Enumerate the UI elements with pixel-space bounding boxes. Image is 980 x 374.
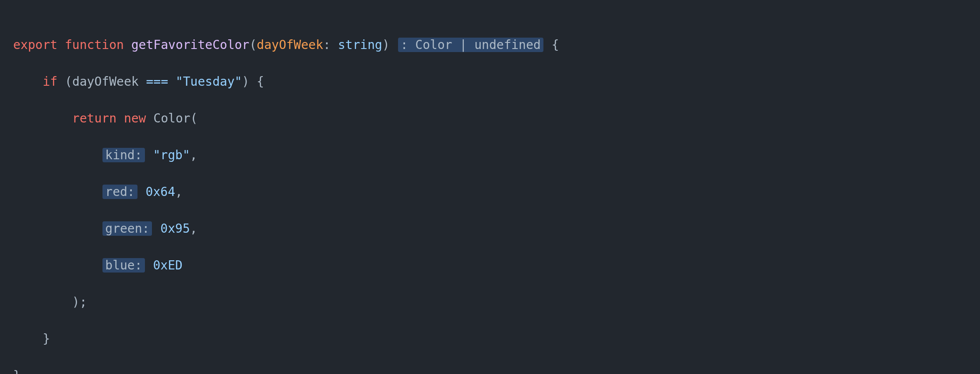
paren-close: ) (242, 74, 250, 89)
keyword-function: function (65, 38, 124, 52)
parameter-name: dayOfWeek (257, 38, 323, 52)
inlay-hint-param-blue: blue: (102, 258, 145, 273)
number-literal: 0x64 (146, 185, 175, 199)
code-line: kind: "rgb", (13, 146, 967, 164)
variable-ref: dayOfWeek (72, 74, 139, 89)
colon: : (323, 38, 331, 52)
code-line: green: 0x95, (13, 220, 967, 238)
comma: , (190, 221, 197, 236)
type-annotation: string (338, 38, 382, 52)
string-literal: "Tuesday" (176, 74, 242, 89)
inlay-hint-param-red: red: (102, 185, 137, 199)
brace-open: { (257, 74, 264, 89)
comma: , (175, 185, 183, 199)
code-editor[interactable]: export function getFavoriteColor(dayOfWe… (0, 0, 980, 374)
code-line: } (13, 330, 967, 348)
brace-close: } (42, 332, 50, 346)
comma: , (190, 148, 197, 162)
class-name: Color (153, 111, 190, 126)
paren-open: ( (65, 74, 72, 89)
brace-close: } (13, 368, 21, 374)
semicolon: ; (80, 295, 87, 309)
number-literal: 0x95 (160, 221, 190, 236)
number-literal: 0xED (153, 258, 182, 273)
keyword-if: if (42, 74, 57, 89)
code-line: red: 0x64, (13, 183, 967, 201)
inlay-hint-param-green: green: (102, 221, 152, 236)
paren-close: ) (72, 295, 80, 309)
keyword-new: new (124, 111, 146, 126)
paren-close: ) (382, 38, 390, 52)
code-line: ); (13, 293, 967, 311)
code-line: } (13, 367, 967, 374)
inlay-hint-return-type: : Color | undefined (398, 38, 543, 52)
code-line: export function getFavoriteColor(dayOfWe… (13, 36, 967, 54)
brace-open: { (552, 38, 559, 52)
code-line: return new Color( (13, 109, 967, 128)
function-name: getFavoriteColor (131, 38, 250, 52)
operator-eq: === (146, 74, 168, 89)
paren-open: ( (190, 111, 198, 126)
paren-open: ( (249, 38, 257, 52)
keyword-export: export (13, 38, 57, 52)
keyword-return: return (72, 111, 116, 126)
code-line: if (dayOfWeek === "Tuesday") { (13, 73, 967, 91)
code-line: blue: 0xED (13, 256, 967, 275)
string-literal: "rgb" (153, 148, 190, 162)
inlay-hint-param-kind: kind: (102, 148, 145, 162)
